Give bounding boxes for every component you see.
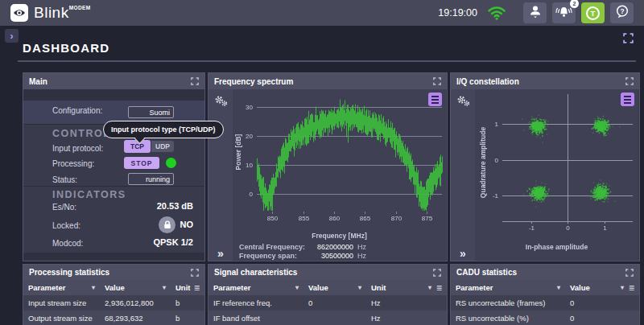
chart-menu-button[interactable] (621, 93, 634, 106)
column-header-parameter[interactable]: Parameter▾ (451, 280, 565, 295)
table-header: Parameter▾ Value▾≡ (451, 280, 639, 295)
status-field[interactable]: running (128, 173, 174, 185)
table-menu-icon[interactable]: ≡ (629, 282, 634, 294)
spacer (23, 253, 204, 261)
constellation-toolbar: » (451, 89, 475, 261)
sort-icon: ▾ (557, 284, 560, 291)
spectrum-footer: Central Frequency:862000000Hz Frequency … (239, 243, 366, 261)
sort-icon: ▾ (428, 284, 431, 291)
clock: 19:19:00 (438, 7, 477, 19)
panel-processing-titlebar: Processing statistics (23, 265, 204, 280)
sort-icon: ▾ (358, 284, 361, 291)
expand-icon[interactable] (191, 77, 199, 85)
spacer (23, 89, 204, 101)
user-account-button[interactable] (523, 2, 547, 23)
status-label: Status: (52, 175, 77, 184)
expand-icon[interactable] (191, 269, 199, 277)
table-menu-icon[interactable]: ≡ (194, 282, 200, 294)
lock-icon (159, 216, 175, 233)
wifi-icon (487, 5, 506, 21)
panel-main: Main Configuration: Suomi CONTROL Input … (23, 72, 205, 261)
indicators-heading: INDICATORS (52, 189, 126, 200)
panel-signal-titlebar: Signal characteristics (208, 265, 447, 280)
constellation-xlabel: In-phase amplitude (475, 243, 638, 251)
column-header-value[interactable]: Value▾ (100, 280, 171, 295)
title-divider (18, 60, 636, 62)
udp-button[interactable]: UDP (151, 141, 174, 152)
user-icon (529, 5, 542, 21)
esno-value: 20.53 dB (157, 201, 193, 211)
panel-main-titlebar: Main (23, 73, 204, 89)
table-menu-icon[interactable]: ≡ (436, 282, 442, 294)
help-button[interactable]: ? (610, 2, 634, 23)
table-row: RS uncorrectable (%) 0 (451, 311, 639, 325)
processing-label: Processing: (52, 159, 94, 168)
settings-gears-icon[interactable] (456, 95, 470, 110)
sort-icon: ▾ (621, 284, 624, 291)
collapse-chevrons-icon[interactable]: » (217, 249, 224, 258)
esno-label: Es/No: (52, 203, 76, 212)
spectrum-chart-area: Power [dB] Frequency [MHz] Central Frequ… (233, 89, 446, 260)
app-logo: Blink MODEM (10, 3, 91, 23)
processing-status-indicator (166, 158, 176, 168)
sort-icon: ▾ (163, 284, 166, 291)
chart-menu-button[interactable] (428, 93, 442, 106)
panel-processing-statistics: Processing statistics Parameter▾ Value▾ … (23, 264, 205, 325)
help-icon: ? (615, 5, 630, 21)
panel-title-text: Processing statistics (29, 268, 109, 277)
settings-gears-icon[interactable] (214, 95, 228, 110)
sort-icon: ▾ (92, 284, 95, 291)
frequency-span-row: Frequency span:30500000Hz (239, 252, 366, 261)
table-row: Output stream size 68,293,632 b (23, 311, 204, 325)
configuration-field[interactable]: Suomi (128, 106, 174, 118)
panel-title-text: Main (29, 77, 47, 86)
t-circle-icon: T (586, 6, 600, 20)
expand-icon[interactable] (625, 77, 634, 85)
column-header-value[interactable]: Value▾ (303, 280, 366, 295)
panel-constellation-titlebar: I/Q constellation (451, 73, 639, 89)
eye-logo-icon (10, 4, 28, 22)
input-protocol-label: Input protocol: (52, 144, 103, 153)
app-header: Blink MODEM 19:19:00 (0, 0, 644, 26)
bell-icon (555, 6, 572, 21)
panel-frequency-spectrum: Frequency spectrum » Power [dB] Frequenc… (208, 72, 448, 261)
constellation-chart-area: Quadrature amplitude In-phase amplitude (475, 89, 638, 260)
spectrum-chart[interactable] (233, 89, 447, 232)
panel-title-text: CADU statistics (456, 268, 517, 277)
expand-icon[interactable] (625, 269, 634, 277)
column-header-value[interactable]: Value▾≡ (565, 280, 639, 295)
header-right: 19:19:00 (438, 2, 634, 23)
modcod-value: QPSK 1/2 (153, 237, 193, 247)
modem-dashboard-screen: Blink MODEM 19:19:00 (0, 0, 644, 325)
spectrum-ylabel: Power [dB] (234, 134, 242, 171)
panel-iq-constellation: I/Q constellation » Quadrature amplitude… (450, 72, 640, 261)
panel-title-text: Signal characteristics (214, 268, 297, 277)
column-header-unit[interactable]: Unit▾≡ (366, 280, 447, 295)
column-header-unit[interactable]: Unit≡ (171, 280, 204, 295)
svg-text:?: ? (620, 7, 624, 15)
expand-icon[interactable] (433, 269, 441, 277)
sidebar-expand-button[interactable]: › (5, 29, 19, 43)
notifications-badge: 2 (570, 0, 579, 8)
panel-signal-characteristics: Signal characteristics Parameter▾ Value▾… (208, 264, 448, 325)
expand-icon[interactable] (433, 77, 441, 85)
table-header: Parameter▾ Value▾ Unit≡ (23, 280, 204, 295)
constellation-chart[interactable] (475, 89, 639, 242)
table-header: Parameter▾ Value▾ Unit▾≡ (208, 280, 447, 295)
constellation-ylabel: Quadrature amplitude (479, 127, 487, 198)
panel-title-text: I/Q constellation (456, 77, 519, 86)
stop-button[interactable]: STOP (124, 157, 159, 169)
panel-spectrum-titlebar: Frequency spectrum (208, 73, 447, 89)
spectrum-toolbar: » (208, 89, 233, 261)
locked-value: NO (180, 220, 194, 229)
table-row: Input stream size 2,936,012,800 b (23, 295, 204, 311)
test-mode-button[interactable]: T (581, 2, 605, 23)
panel-cadu-statistics: CADU statistics Parameter▾ Value▾≡ RS un… (450, 264, 640, 325)
collapse-chevrons-icon[interactable]: » (460, 249, 466, 258)
input-protocol-tooltip: Input protocol type (TCP/UDP) (103, 121, 224, 138)
brand-sub: MODEM (69, 5, 91, 10)
fullscreen-button[interactable] (623, 33, 634, 43)
column-header-parameter[interactable]: Parameter▾ (208, 280, 303, 295)
notifications-button[interactable]: 2 (552, 2, 576, 23)
column-header-parameter[interactable]: Parameter▾ (23, 280, 100, 295)
